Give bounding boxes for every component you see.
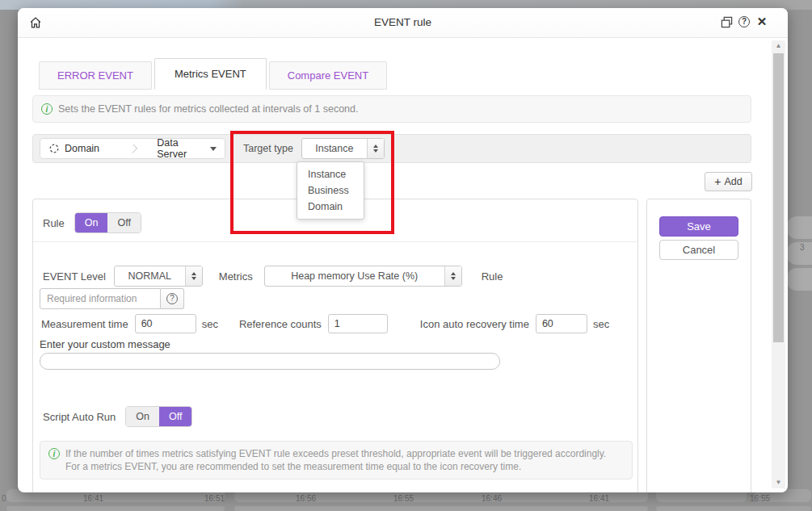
rule-toggle: On Off: [74, 212, 141, 233]
rule-off-button[interactable]: Off: [107, 213, 140, 232]
required-information-group: ?: [40, 288, 184, 309]
help-icon[interactable]: ?: [738, 15, 751, 28]
threshold-info-note: iIf the number of times metrics satisfyi…: [40, 441, 633, 480]
target-type-label: Target type: [243, 143, 293, 154]
dropdown-option-domain[interactable]: Domain: [297, 199, 364, 215]
domain-breadcrumb[interactable]: Domain Data Server: [40, 138, 225, 159]
close-icon[interactable]: ✕: [755, 15, 768, 28]
dropdown-option-instance[interactable]: Instance: [297, 166, 364, 182]
tab-metrics-event[interactable]: Metrics EVENT: [154, 58, 267, 90]
background-timestamp: 16:46: [482, 494, 502, 503]
background-timestamp: 16:41: [589, 494, 609, 503]
background-panel: [234, 506, 648, 511]
spinner-icon: [367, 139, 384, 158]
vertical-scrollbar[interactable]: ▲ ▼: [772, 40, 785, 488]
dialog-title: EVENT rule: [18, 16, 788, 28]
breadcrumb-root-label: Domain: [65, 143, 99, 154]
background-timestamp: 16:41: [83, 494, 103, 503]
metrics-label: Metrics: [219, 270, 253, 283]
background-axis-tick: 0: [2, 494, 6, 503]
rule-label: Rule: [43, 217, 65, 229]
rule-form-panel: Rule On Off EVENT Level NORMAL Metrics H…: [32, 199, 638, 492]
custom-message-label: Enter your custom message: [40, 338, 170, 350]
sec-unit: sec: [202, 318, 218, 330]
reference-counts-input[interactable]: [328, 314, 388, 333]
info-banner-text: Sets the EVENT rules for metrics collect…: [58, 103, 358, 115]
metrics-value: Heap memory Use Rate (%): [265, 266, 444, 286]
cancel-button[interactable]: Cancel: [659, 240, 738, 260]
background-timestamp: 16:55: [750, 494, 770, 503]
add-button[interactable]: + Add: [705, 172, 752, 191]
dialog-header: EVENT rule ? ✕: [18, 8, 788, 38]
measurement-time-label: Measurement time: [41, 318, 128, 330]
popout-icon[interactable]: [720, 15, 733, 28]
chevron-right-icon: [128, 144, 137, 153]
required-information-input[interactable]: [40, 288, 161, 309]
target-toolbar: Domain Data Server Target type Instance: [32, 134, 751, 163]
scroll-up-icon[interactable]: ▲: [772, 40, 785, 52]
sec-unit: sec: [593, 318, 609, 330]
background-panel: [6, 506, 225, 511]
rule-help-button[interactable]: ?: [161, 288, 184, 309]
script-off-button[interactable]: Off: [159, 407, 191, 426]
breadcrumb-selected-label: Data Server: [157, 137, 199, 160]
info-banner: i Sets the EVENT rules for metrics colle…: [32, 95, 751, 123]
action-panel: Save Cancel: [646, 199, 751, 492]
script-on-button[interactable]: On: [126, 407, 159, 426]
rule-on-button[interactable]: On: [75, 213, 108, 232]
tab-compare-event[interactable]: Compare EVENT: [269, 61, 387, 90]
info-note-line2: For a metrics EVENT, you are recommended…: [48, 460, 624, 473]
save-button[interactable]: Save: [659, 216, 738, 237]
info-icon: i: [48, 448, 60, 459]
measurement-time-input[interactable]: [135, 314, 196, 333]
spinner-icon: [444, 266, 461, 286]
dialog-header-actions: ? ✕: [720, 15, 768, 28]
background-timestamp: 16:55: [393, 494, 414, 503]
background-panel: [656, 506, 811, 511]
scrollbar-thumb[interactable]: [773, 53, 784, 342]
domain-icon: [48, 143, 60, 154]
add-button-label: Add: [724, 176, 742, 187]
background-widget: [787, 268, 812, 291]
target-type-select[interactable]: Instance: [301, 138, 385, 159]
icon-auto-recovery-input[interactable]: [536, 314, 587, 333]
section-divider: [33, 241, 637, 242]
rule-column-label: Rule: [482, 270, 503, 283]
scroll-down-icon[interactable]: ▼: [772, 477, 785, 488]
script-auto-run-toggle: On Off: [125, 406, 192, 427]
target-type-dropdown: Instance Business Domain: [297, 161, 364, 220]
background-tick: 3: [800, 243, 805, 252]
event-level-select[interactable]: NORMAL: [114, 266, 203, 287]
event-tabs: ERROR EVENT Metrics EVENT Compare EVENT: [39, 58, 389, 90]
event-level-label: EVENT Level: [43, 270, 106, 283]
tab-error-event[interactable]: ERROR EVENT: [39, 61, 152, 90]
event-rule-dialog: EVENT rule ? ✕ ▲ ▼ ERROR EVENT Metrics E…: [18, 8, 788, 492]
event-level-value: NORMAL: [115, 266, 185, 286]
spinner-icon: [185, 266, 202, 286]
info-icon: i: [41, 103, 53, 115]
script-auto-run-label: Script Auto Run: [43, 411, 116, 423]
metrics-select[interactable]: Heap memory Use Rate (%): [264, 266, 462, 287]
target-type-value: Instance: [302, 139, 367, 158]
dropdown-option-business[interactable]: Business: [297, 182, 364, 199]
info-note-line1: If the number of times metrics satisfyin…: [65, 448, 606, 459]
reference-counts-label: Reference counts: [239, 318, 322, 330]
caret-down-icon: [210, 147, 217, 151]
custom-message-input[interactable]: [40, 353, 500, 370]
background-timestamp: 16:56: [296, 494, 316, 503]
background-timestamp: 16:51: [204, 494, 225, 503]
plus-icon: +: [714, 176, 721, 187]
background-widget: [787, 216, 812, 239]
icon-auto-recovery-label: Icon auto recovery time: [420, 318, 529, 330]
